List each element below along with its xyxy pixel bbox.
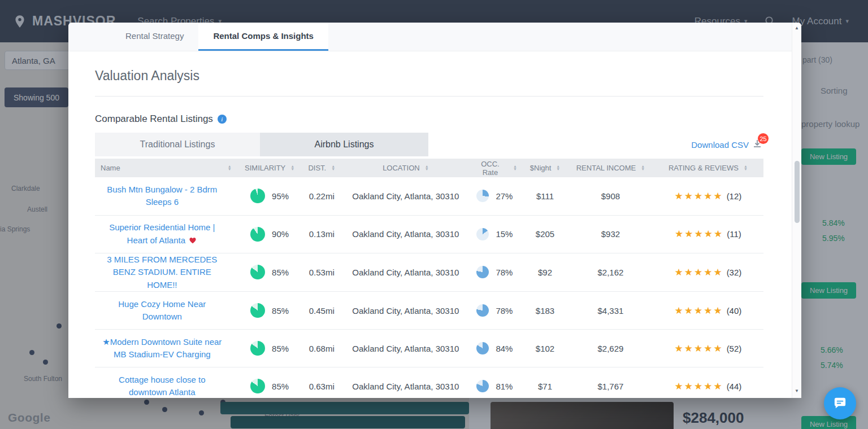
listing-name: Cottage house close to downtown Atlanta [119,375,205,397]
scrollbar-thumb[interactable] [795,161,800,223]
listing-name-link[interactable]: Bush Mtn Bungalow - 2 Bdrm Sleeps 6 [107,185,217,207]
listing-name-link[interactable]: 3 MILES FROM MERCEDES BENZ STADIUM. ENTI… [107,255,217,290]
distance-value: 0.68mi [300,330,344,367]
night-price-value: $205 [522,215,568,253]
reviews-count: (52) [727,344,742,353]
sort-icon: ▲▼ [641,165,645,170]
occupancy-value: 81% [496,382,513,391]
similarity-value: 85% [272,268,289,277]
comparable-listings-table: Name▲▼ SIMILARITY▲▼ DIST.▲▼ LOCATION▲▼ O… [95,159,763,398]
reviews-count: (12) [727,191,742,201]
night-price-value: $92 [522,253,568,292]
listing-name: Huge Cozy Home Near Downtown [118,299,206,322]
similarity-pie-chart [250,379,265,393]
distance-value: 0.45mi [300,292,344,330]
table-row: Superior Residential Home | Heart of Atl… [95,215,763,253]
similarity-pie-chart [250,303,265,318]
sort-icon: ▲▼ [425,165,429,170]
column-label: RENTAL INCOME [576,164,636,172]
location-value: Oakland City, Atlanta, 30310 [344,177,468,215]
reviews-count: (32) [727,268,742,277]
column-header-name[interactable]: Name▲▼ [95,159,240,177]
location-value: Oakland City, Atlanta, 30310 [344,367,468,399]
distance-value: 0.13mi [300,215,344,253]
similarity-value: 90% [272,229,289,239]
listing-name-link[interactable]: ★Modern Downtown Suite near MB Stadium-E… [102,337,222,360]
occupancy-pie-chart [476,266,489,278]
night-price-value: $183 [522,292,568,330]
similarity-pie-chart [250,227,265,242]
similarity-pie-chart [250,341,265,356]
listing-name-link[interactable]: Cottage house close to downtown Atlanta [119,375,205,397]
column-header-distance[interactable]: DIST.▲▼ [300,159,344,177]
star-rating: ★★★★★ [674,190,723,202]
listing-name: Superior Residential Home | Heart of Atl… [109,222,215,245]
distance-value: 0.53mi [300,253,344,292]
column-label: OCC. Rate [472,160,508,177]
distance-value: 0.63mi [300,367,344,399]
table-row: Huge Cozy Home Near Downtown 85% 0.45mi … [95,292,763,330]
star-rating: ★★★★★ [674,305,723,317]
comps-table-body: Bush Mtn Bungalow - 2 Bdrm Sleeps 6 95% … [95,177,763,398]
occupancy-value: 15% [496,229,513,239]
column-header-rating-reviews[interactable]: RATING & REVIEWS▲▼ [653,159,763,177]
tab-rental-comps-insights[interactable]: Rental Comps & Insights [198,23,328,51]
reviews-count: (11) [727,229,741,239]
rental-income-value: $4,331 [568,292,653,330]
occupancy-pie-chart [476,190,489,202]
occupancy-value: 27% [496,191,513,201]
heart-icon[interactable] [188,237,197,244]
location-value: Oakland City, Atlanta, 30310 [344,215,468,253]
table-row: Bush Mtn Bungalow - 2 Bdrm Sleeps 6 95% … [95,177,763,215]
tab-rental-strategy[interactable]: Rental Strategy [111,23,198,51]
similarity-value: 95% [272,191,289,201]
occupancy-pie-chart [476,228,489,240]
tab-airbnb-listings[interactable]: Airbnb Listings [260,133,428,156]
rental-income-value: $2,162 [568,253,653,292]
scroll-down-arrow[interactable]: ▼ [792,388,801,393]
column-label: RATING & REVIEWS [669,164,739,172]
column-header-occ-rate[interactable]: OCC. Rate▲▼ [468,159,522,177]
download-icon[interactable]: 25 [752,139,763,150]
tab-traditional-listings[interactable]: Traditional Listings [95,133,260,156]
similarity-value: 85% [272,306,289,316]
rental-comps-modal: Rental Strategy Rental Comps & Insights … [68,23,801,398]
sort-icon: ▲▼ [556,165,560,170]
table-row: 3 MILES FROM MERCEDES BENZ STADIUM. ENTI… [95,253,763,292]
scroll-up-arrow[interactable]: ▲ [792,25,801,30]
reviews-count: (44) [727,382,742,391]
column-label: LOCATION [383,164,420,172]
star-rating: ★★★★★ [674,343,723,354]
column-header-location[interactable]: LOCATION▲▼ [344,159,468,177]
info-icon[interactable]: i [218,115,227,124]
column-label: $Night [530,164,552,172]
column-header-rental-income[interactable]: RENTAL INCOME▲▼ [568,159,653,177]
listing-name: 3 MILES FROM MERCEDES BENZ STADIUM. ENTI… [107,255,217,290]
column-header-similarity[interactable]: SIMILARITY▲▼ [240,159,300,177]
rental-income-value: $932 [568,215,653,253]
sort-icon: ▲▼ [331,165,335,170]
occupancy-value: 78% [496,268,513,277]
sort-icon: ▲▼ [290,165,294,170]
page-title: Valuation Analysis [95,68,763,84]
download-csv-link[interactable]: Download CSV [691,140,749,150]
listing-name-link[interactable]: Superior Residential Home | Heart of Atl… [109,222,215,245]
column-label: Name [101,164,120,172]
listing-name-link[interactable]: Huge Cozy Home Near Downtown [118,299,206,322]
occupancy-pie-chart [476,304,489,317]
similarity-pie-chart [250,265,265,279]
column-header-night-price[interactable]: $Night▲▼ [522,159,568,177]
occupancy-value: 78% [496,306,513,316]
table-row: Cottage house close to downtown Atlanta … [95,367,763,399]
distance-value: 0.22mi [300,177,344,215]
location-value: Oakland City, Atlanta, 30310 [344,330,468,367]
star-rating: ★★★★★ [674,266,723,278]
column-label: SIMILARITY [245,164,285,172]
chat-widget-button[interactable] [824,387,856,419]
location-value: Oakland City, Atlanta, 30310 [344,253,468,292]
table-header-row: Name▲▼ SIMILARITY▲▼ DIST.▲▼ LOCATION▲▼ O… [95,159,763,177]
sort-icon: ▲▼ [513,165,517,170]
sort-icon: ▲▼ [228,165,232,170]
column-label: DIST. [308,164,326,172]
rental-income-value: $2,629 [568,330,653,367]
